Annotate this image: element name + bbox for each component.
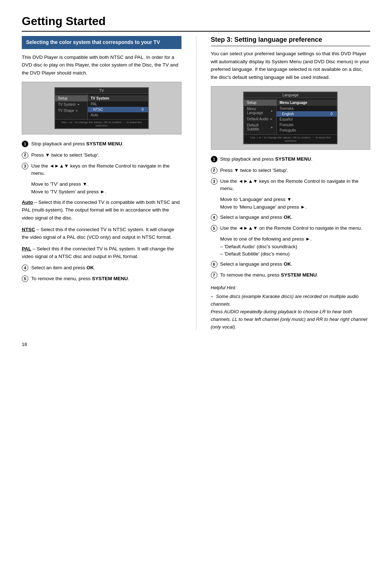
left-steps-list: 1 Stop playback and press SYSTEM MENU. 2… (22, 140, 181, 177)
right-step-num-7: 7 (211, 272, 217, 278)
hint-title: Helpful Hint: (211, 284, 371, 292)
right-step-7: 7 To remove the menu, press SYSTEM MENU. (211, 271, 371, 279)
right-step-5-text: Use the ◄►▲▼ on the Remote Control to na… (220, 225, 371, 232)
right-column: Step 3: Setting language preference You … (196, 36, 371, 331)
left-substep-1: Move to 'TV' and press ▼.Move to 'TV Sys… (31, 181, 181, 196)
step-num-3: 3 (22, 163, 28, 169)
right-step-5: 5 Use the ◄►▲▼ on the Remote Control to … (211, 225, 371, 232)
left-step-3: 3 Use the ◄►▲▼ keys on the Remote Contro… (22, 162, 181, 177)
right-step-num-4: 4 (211, 214, 217, 221)
right-step-1: 1 Stop playback and press SYSTEM MENU. (211, 156, 371, 163)
lang-menu-right-title: Menu Language (277, 100, 337, 106)
left-step-1-text: Stop playback and press SYSTEM MENU. (31, 140, 181, 148)
tv-option-pal: PAL (88, 101, 148, 107)
left-step-2-text: Press ▼ twice to select 'Setup'. (31, 152, 181, 159)
arrow-icon: ► (270, 117, 273, 121)
lang-option-portugues: Português (277, 128, 337, 133)
right-steps-list-1: 1 Stop playback and press SYSTEM MENU. 2… (211, 156, 371, 192)
tv-menu-right-col: TV System PAL : NTSC 0 Auto (88, 94, 148, 119)
left-step-5-text: To remove the menu, press SYSTEM MENU. (31, 275, 181, 282)
left-column: Selecting the color system that correspo… (22, 36, 181, 331)
lang-option-francais: Français (277, 122, 337, 128)
lang-menu-item-setup: Setup (244, 100, 276, 106)
language-menu-mockup: Language Setup Menu Language ► Default A… (211, 86, 371, 150)
left-step-3-text: Use the ◄►▲▼ keys on the Remote Control … (31, 162, 181, 177)
arrow-icon: ► (77, 103, 80, 106)
right-intro-text: You can select your preferred language s… (211, 50, 371, 81)
tv-menu-item-tvsystem: TV System ► (55, 101, 87, 108)
page-number: 18 (22, 342, 370, 347)
tv-menu-item-setup: Setup (55, 95, 87, 101)
left-step-5: 5 To remove the menu, press SYSTEM MENU. (22, 275, 181, 282)
tv-menu-right-title: TV System (88, 95, 148, 101)
lang-menu-item-defsub: Default Subtitle ► (244, 122, 276, 132)
lang-menu-item-menulang: Menu Language ► (244, 106, 276, 116)
arrow-icon: ► (270, 109, 273, 113)
right-step-4-text: Select a language and press OK. (220, 214, 371, 221)
ntsc-indicator: 0 (142, 108, 144, 112)
helpful-hint-section: Helpful Hint: – Some discs (example Kara… (211, 284, 371, 331)
hint-text: – Some discs (example Karaoke discs) are… (211, 293, 371, 331)
tv-menu-title: TV (55, 88, 148, 94)
right-steps-list-3: 6 Select a language and press OK. 7 To r… (211, 261, 371, 279)
term-auto: Auto – Select this if the connected TV i… (22, 198, 181, 222)
left-step-1: 1 Stop playback and press SYSTEM MENU. (22, 140, 181, 148)
right-step-num-5: 5 (211, 225, 217, 231)
lang-menu-title: Language (244, 92, 337, 98)
step-num-4: 4 (22, 265, 28, 271)
right-step-6-text: Select a language and press OK. (220, 261, 371, 268)
term-pal: PAL – Select this if the connected TV is… (22, 245, 181, 261)
page-title: Getting Started (22, 15, 370, 32)
left-step-2: 2 Press ▼ twice to select 'Setup'. (22, 152, 181, 159)
english-indicator: 0 (331, 112, 333, 116)
right-step-num-3: 3 (211, 178, 217, 185)
arrow-icon: ► (270, 126, 273, 129)
right-substep-1: Move to 'Language' and press ▼.Move to '… (220, 196, 371, 211)
right-step-2: 2 Press ▼ twice to select 'Setup'. (211, 167, 371, 174)
left-final-steps: 4 Select an item and press OK. 5 To remo… (22, 264, 181, 283)
lang-menu-right-col: Menu Language Svenska : English 0 Españo… (277, 98, 337, 134)
step-num-5: 5 (22, 275, 28, 282)
right-step-6: 6 Select a language and press OK. (211, 261, 371, 268)
lang-menu-item-defaudio: Default Audio ► (244, 116, 276, 122)
right-step-header: Step 3: Setting language preference (211, 36, 371, 46)
left-intro-text: This DVD Player is compatible with both … (22, 53, 181, 77)
term-ntsc: NTSC – Select this if the connected TV i… (22, 226, 181, 241)
right-step-3: 3 Use the ◄►▲▼ keys on the Remote Contro… (211, 178, 371, 193)
tv-option-ntsc: : NTSC 0 (88, 107, 148, 112)
left-step-4: 4 Select an item and press OK. (22, 264, 181, 271)
tv-menu-item-tvshape: TV Shape ► (55, 108, 87, 114)
left-step-4-text: Select an item and press OK. (31, 264, 181, 271)
right-step-7-text: To remove the menu, press SYSTEM MENU. (220, 271, 371, 279)
step-num-2: 2 (22, 152, 28, 158)
lang-menu-left-col: Setup Menu Language ► Default Audio ► De… (244, 98, 277, 134)
right-steps-list-2: 4 Select a language and press OK. 5 Use … (211, 214, 371, 232)
arrow-icon: ► (75, 109, 78, 112)
lang-option-espanol: Español (277, 117, 337, 122)
right-step-1-text: Stop playback and press SYSTEM MENU. (220, 156, 371, 163)
tv-menu-left-col: Setup TV System ► TV Shape ► (55, 94, 88, 119)
tv-option-auto: Auto (88, 112, 148, 118)
right-step-num-1: 1 (211, 156, 217, 162)
right-step-4: 4 Select a language and press OK. (211, 214, 371, 221)
tv-menu-mockup: TV Setup TV System ► TV Shape ► (22, 82, 181, 134)
right-step-2-text: Press ▼ twice to select 'Setup'. (220, 167, 371, 174)
lang-menu-footnote: Use ↓ or ↑ to change the values, OK to c… (244, 134, 337, 144)
lang-option-english: : English 0 (277, 111, 337, 117)
right-step-num-2: 2 (211, 167, 217, 174)
section-header-left: Selecting the color system that correspo… (22, 36, 181, 49)
right-step-num-6: 6 (211, 261, 217, 267)
right-step-3-text: Use the ◄►▲▼ keys on the Remote Control … (220, 178, 371, 193)
tv-menu-footnote: Use ↓ or ↑ to change the values, OK to c… (55, 119, 148, 128)
step-num-1: 1 (22, 141, 28, 147)
lang-option-svenska: Svenska (277, 106, 337, 111)
right-substep-2: Move to one of the following and press ►… (220, 235, 371, 258)
